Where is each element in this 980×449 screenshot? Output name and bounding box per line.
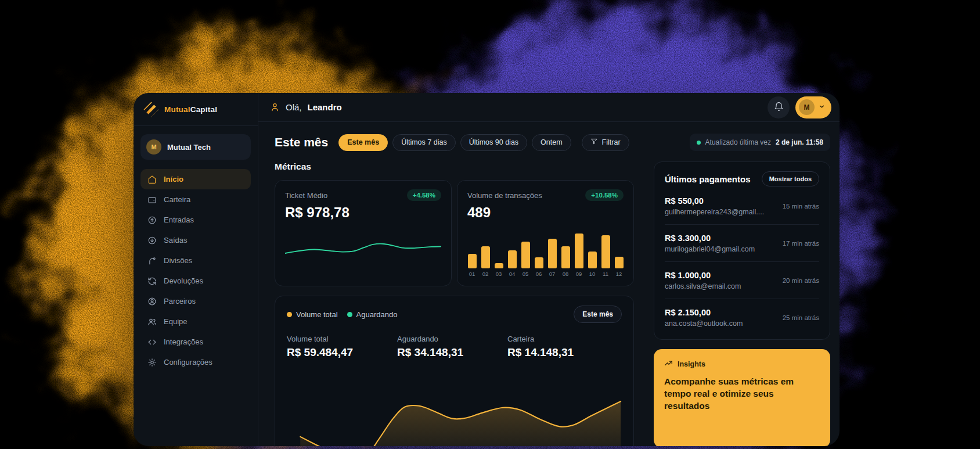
bar-column: 03: [494, 263, 503, 277]
volume-area-chart: [287, 366, 622, 446]
sidebar-item-label: Carteira: [164, 195, 190, 204]
trending-up-icon: [664, 359, 673, 369]
period-pill-2[interactable]: Últimos 90 dias: [460, 134, 527, 151]
bar: [575, 234, 583, 268]
payment-email: carlos.silva@email.com: [665, 282, 741, 290]
refresh-icon: [147, 276, 157, 286]
period-pill-0[interactable]: Este mês: [338, 134, 388, 151]
legend-dot: [347, 312, 352, 317]
sidebar-item-divisoes[interactable]: Divisões: [140, 250, 251, 271]
bar: [588, 252, 597, 268]
metric-label: Ticket Médio: [285, 191, 327, 200]
sidebar-item-entradas[interactable]: Entradas: [140, 210, 251, 230]
bar-column: 02: [481, 246, 490, 277]
sidebar-item-saidas[interactable]: Saídas: [140, 230, 251, 250]
page-title: Este mês: [275, 135, 328, 149]
bar: [508, 250, 517, 268]
stat-label: Carteira: [507, 335, 618, 343]
sidebar-item-devolucoes[interactable]: Devoluções: [140, 271, 251, 291]
sidebar-item-label: Equipe: [164, 317, 187, 326]
chart-legend: Volume totalAguardando: [287, 310, 397, 319]
period-filter-group: Este mêsÚltimos 7 diasÚltimos 90 diasOnt…: [338, 134, 571, 151]
stat-value: R$ 59.484,47: [287, 346, 397, 359]
insights-headline: Acompanhe suas métricas em tempo real e …: [664, 376, 820, 412]
last-updated-badge: Atualizado última vez 2 de jun. 11:58: [690, 134, 830, 151]
filter-button-label: Filtrar: [602, 138, 621, 146]
last-updated-label: Atualizado última vez: [705, 138, 771, 146]
stat-0: Volume totalR$ 59.484,47: [287, 335, 397, 359]
bar-column: 06: [534, 257, 543, 277]
bar-label: 06: [536, 271, 542, 277]
period-pill-label: Últimos 90 dias: [469, 138, 518, 146]
code-icon: [147, 337, 157, 347]
bar: [615, 257, 624, 268]
sidebar: MutualCapital M Mutual Tech InícioCartei…: [134, 93, 258, 446]
bar-label: 03: [496, 271, 502, 277]
show-all-button[interactable]: Mostrar todos: [762, 171, 819, 186]
sidebar-item-label: Devoluções: [164, 276, 203, 285]
notifications-button[interactable]: [768, 96, 790, 118]
sidebar-item-parceiros[interactable]: Parceiros: [140, 291, 251, 311]
stat-value: R$ 34.148,31: [397, 346, 507, 359]
sidebar-item-label: Parceiros: [164, 297, 196, 306]
account-menu-button[interactable]: M: [795, 96, 831, 118]
payment-amount: R$ 3.300,00: [665, 234, 755, 243]
arrow-down-circle-icon: [147, 236, 157, 245]
bar-column: 12: [614, 257, 624, 277]
period-button[interactable]: Este mês: [574, 306, 622, 323]
period-pill-3[interactable]: Ontem: [532, 134, 571, 151]
bar-column: 01: [467, 254, 477, 277]
payment-email: guilhermepereira243@gmail....: [665, 208, 764, 216]
bar-label: 10: [589, 271, 596, 277]
legend-label: Volume total: [296, 310, 338, 319]
payment-row: R$ 550,00guilhermepereira243@gmail....15…: [665, 188, 819, 225]
payment-amount: R$ 1.000,00: [665, 271, 741, 280]
metrics-section-title: Métricas: [275, 161, 634, 172]
arrow-up-circle-icon: [147, 215, 157, 225]
brand-mark-icon: [143, 102, 159, 117]
stat-label: Aguardando: [397, 335, 507, 343]
users-icon: [147, 317, 157, 326]
bar-column: 10: [588, 252, 597, 277]
transactions-card: Volume de transações +10.58% 489 0102030…: [457, 180, 634, 286]
delta-badge: +4.58%: [407, 189, 441, 201]
workspace-switcher[interactable]: M Mutual Tech: [140, 134, 251, 160]
bar: [561, 246, 570, 268]
sidebar-item-label: Configurações: [164, 358, 212, 367]
insights-label: Insights: [678, 360, 705, 368]
sidebar-item-configuracoes[interactable]: Configurações: [140, 352, 251, 372]
stat-value: R$ 14.148,31: [507, 346, 618, 359]
bar: [535, 257, 543, 268]
sidebar-item-equipe[interactable]: Equipe: [140, 311, 251, 332]
brand-name: MutualCapital: [164, 105, 217, 114]
user-icon: [270, 102, 280, 112]
sidebar-item-inicio[interactable]: Início: [140, 169, 251, 189]
bar-column: 08: [561, 246, 570, 277]
gear-icon: [147, 358, 157, 367]
bar: [468, 254, 477, 268]
legend-item: Aguardando: [347, 310, 398, 319]
filter-button[interactable]: Filtrar: [582, 134, 629, 151]
bar-label: 05: [523, 271, 529, 277]
payment-amount: R$ 2.150,00: [665, 308, 743, 317]
greeting-text: Olá,: [286, 102, 302, 112]
legend-label: Aguardando: [356, 310, 398, 319]
sidebar-item-carteira[interactable]: Carteira: [140, 189, 251, 210]
sidebar-item-integracoes[interactable]: Integrações: [140, 332, 251, 352]
workspace-avatar: M: [146, 139, 161, 155]
last-updated-time: 2 de jun. 11:58: [776, 138, 823, 146]
insights-card: Insights Acompanhe suas métricas em temp…: [654, 349, 830, 446]
volume-chart-card: Volume totalAguardando Este mês Volume t…: [275, 296, 634, 446]
metric-label: Volume de transações: [467, 191, 542, 200]
payment-row: R$ 2.150,00ana.costa@outlook.com25 min a…: [665, 299, 819, 336]
sidebar-nav: InícioCarteiraEntradasSaídasDivisõesDevo…: [140, 169, 251, 372]
payment-time: 17 min atrás: [783, 240, 819, 247]
ticket-sparkline-chart: [285, 221, 441, 277]
period-pill-1[interactable]: Últimos 7 dias: [392, 134, 456, 151]
greeting-user-name: Leandro: [308, 102, 342, 112]
toolbar: Este mês Este mêsÚltimos 7 diasÚltimos 9…: [275, 134, 830, 151]
period-pill-label: Últimos 7 dias: [401, 138, 447, 146]
dashboard-window: MutualCapital M Mutual Tech InícioCartei…: [134, 93, 840, 446]
bar-label: 09: [576, 271, 582, 277]
bar: [481, 246, 490, 268]
